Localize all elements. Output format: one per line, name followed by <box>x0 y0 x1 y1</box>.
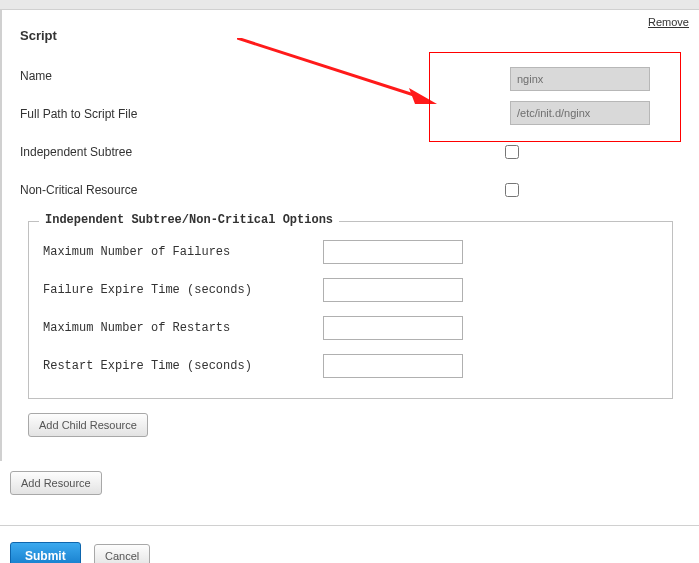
submit-button[interactable]: Submit <box>10 542 81 563</box>
restart-expire-input[interactable] <box>323 354 463 378</box>
highlighted-inputs-box <box>429 52 681 142</box>
top-toolbar <box>0 0 699 10</box>
name-label: Name <box>20 69 320 83</box>
path-label: Full Path to Script File <box>20 107 320 121</box>
options-legend: Independent Subtree/Non-Critical Options <box>39 213 339 227</box>
path-input[interactable] <box>510 101 650 125</box>
script-section: Script Name Full Path to Script File Ind… <box>2 10 699 447</box>
max-restarts-label: Maximum Number of Restarts <box>43 321 323 335</box>
footer-actions: Submit Cancel <box>0 526 699 563</box>
noncritical-label: Non-Critical Resource <box>20 183 505 197</box>
resource-panel: Script Name Full Path to Script File Ind… <box>0 10 699 461</box>
add-resource-button[interactable]: Add Resource <box>10 471 102 495</box>
failure-expire-input[interactable] <box>323 278 463 302</box>
noncritical-checkbox[interactable] <box>505 183 519 197</box>
max-failures-label: Maximum Number of Failures <box>43 245 323 259</box>
independent-subtree-label: Independent Subtree <box>20 145 505 159</box>
add-child-resource-button[interactable]: Add Child Resource <box>28 413 148 437</box>
restart-expire-label: Restart Expire Time (seconds) <box>43 359 323 373</box>
max-restarts-input[interactable] <box>323 316 463 340</box>
name-input[interactable] <box>510 67 650 91</box>
independent-subtree-checkbox[interactable] <box>505 145 519 159</box>
max-failures-input[interactable] <box>323 240 463 264</box>
options-fieldset: Independent Subtree/Non-Critical Options… <box>28 221 673 399</box>
section-title: Script <box>20 28 681 43</box>
failure-expire-label: Failure Expire Time (seconds) <box>43 283 323 297</box>
cancel-button[interactable]: Cancel <box>94 544 150 563</box>
